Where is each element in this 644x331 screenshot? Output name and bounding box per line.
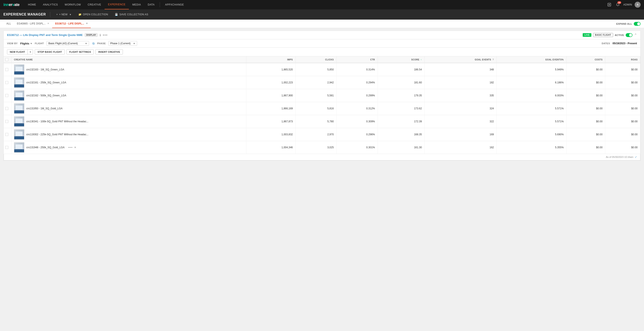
nav-analytics[interactable]: ANALYTICS: [40, 0, 61, 9]
creative-name: crv132161 - 250k_SQ_Green_LGA: [26, 81, 66, 84]
creative-thumbnail[interactable]: [14, 77, 24, 88]
goal-events-help-icon[interactable]: ?: [492, 58, 494, 61]
nav-divider: [160, 2, 160, 7]
col-score[interactable]: SCORE ↑: [378, 56, 424, 63]
row-goal-events: 162: [424, 141, 496, 154]
nav-data[interactable]: DATA: [144, 0, 158, 9]
creative-thumbnail[interactable]: [14, 129, 24, 140]
row-checkbox[interactable]: [5, 81, 8, 84]
nav-workflow[interactable]: WORKFLOW: [61, 0, 84, 9]
table-footer: As of 05/30/2023 10:16am ⤢: [4, 154, 640, 160]
col-ctr: CTR: [336, 56, 378, 63]
tab-eg40865-close[interactable]: ✕: [47, 22, 49, 25]
nav-media[interactable]: MEDIA: [129, 0, 144, 9]
active-label: ACTIVE: [615, 34, 624, 36]
row-checkbox[interactable]: [5, 133, 8, 136]
row-clicks: 2,970: [296, 128, 336, 141]
row-checkbox[interactable]: [5, 107, 8, 110]
tab-eg40865[interactable]: EG40865 - LIFE DISPL... ✕: [14, 19, 52, 28]
row-creative-cell: crv131950 - 1M_SQ_Gold_LGA: [11, 102, 246, 115]
view-by-label: VIEW BY: [7, 42, 18, 45]
flight-label: FLIGHT: [35, 42, 44, 45]
expand-all-label: EXPAND ALL: [616, 22, 632, 25]
row-roas: $0.00: [605, 141, 640, 154]
creative-thumbnail[interactable]: [14, 142, 24, 153]
new-flight-split-button[interactable]: NEW FLIGHT ▼: [7, 49, 33, 54]
row-close-icon[interactable]: ✕: [74, 146, 76, 149]
row-ctr: 0.312%: [336, 102, 378, 115]
row-checkbox[interactable]: [5, 146, 8, 149]
experience-header: EG36712 — Life Display PNT and Term Sing…: [4, 31, 640, 39]
nav-appxchange[interactable]: APPXCHANGE: [162, 0, 187, 9]
row-creative-cell: crv131948 - 250k_SQ_Gold_LGA ••• ✕: [11, 141, 246, 154]
row-checkbox[interactable]: [5, 68, 8, 71]
expand-table-icon[interactable]: ⤢: [635, 156, 637, 158]
avatar[interactable]: A: [635, 2, 640, 8]
creative-row-actions: ••• ✕: [68, 146, 76, 149]
info-icon[interactable]: ℹ: [100, 33, 101, 37]
display-badge: DISPLAY: [85, 33, 98, 37]
row-goal-events: 348: [424, 63, 496, 76]
experience-title[interactable]: EG36712 — Life Display PNT and Term Sing…: [7, 33, 83, 36]
creative-name: crv131948 - 250k_SQ_Gold_LGA: [26, 146, 64, 149]
view-by-dropdown[interactable]: Flights ▼: [20, 42, 32, 45]
creative-thumbnail[interactable]: [14, 103, 24, 114]
row-checkbox-cell: [4, 89, 11, 102]
tab-all[interactable]: ALL: [4, 19, 14, 28]
row-checkbox[interactable]: [5, 94, 8, 97]
row-imps: 1,003,832: [246, 128, 296, 141]
save-collection-button[interactable]: 💾 SAVE COLLECTION AS: [113, 12, 150, 17]
nav-creative[interactable]: CREATIVE: [84, 0, 104, 9]
open-collection-button[interactable]: 📁 OPEN COLLECTION: [77, 12, 110, 17]
row-creative-cell: crv132161 - 250k_SQ_Green_LGA: [11, 76, 246, 89]
creative-thumbnail[interactable]: [14, 64, 24, 75]
row-creative-cell: crv132162 - 500k_SQ_Green_LGA: [11, 89, 246, 102]
stop-basic-flight-button[interactable]: STOP BASIC FLIGHT: [35, 49, 65, 54]
external-link-icon[interactable]: ⧉: [92, 42, 94, 45]
nav-experience[interactable]: EXPERIENCE: [104, 0, 129, 9]
creative-thumbnail[interactable]: [14, 116, 24, 127]
app-logo[interactable]: innervate: [4, 2, 20, 7]
col-imps: IMPS: [246, 56, 296, 63]
tab-eg36712-close[interactable]: ✕: [86, 22, 88, 25]
insert-creative-button[interactable]: INSERT CREATIVE: [96, 49, 123, 54]
row-costs: $0.00: [566, 128, 605, 141]
dates-value: 05/19/2023 - Present: [612, 42, 637, 45]
row-costs: $0.00: [566, 102, 605, 115]
row-ctr: 0.309%: [336, 115, 378, 128]
creative-thumbnail[interactable]: [14, 90, 24, 101]
select-all-checkbox[interactable]: [5, 58, 8, 61]
notification-button[interactable]: 10: [615, 2, 621, 8]
nav-right: 10 ADMIN A: [606, 2, 640, 8]
row-goal-events-pct: 6.003%: [497, 89, 566, 102]
add-button[interactable]: [606, 2, 612, 8]
row-checkbox[interactable]: [5, 120, 8, 123]
expand-all-toggle[interactable]: [634, 22, 640, 26]
new-flight-button[interactable]: NEW FLIGHT: [7, 49, 28, 54]
row-imps: 1,004,346: [246, 141, 296, 154]
row-imps: 1,866,169: [246, 102, 296, 115]
creative-name: crv132162 - 500k_SQ_Green_LGA: [26, 94, 66, 97]
phase-dropdown[interactable]: Phase 1 (Current) ▼: [108, 41, 137, 46]
folder-icon: 📁: [78, 13, 82, 16]
table-row: crv132161 - 250k_SQ_Green_LGA 1,002,223 …: [4, 76, 640, 89]
plus-icon: +: [56, 13, 58, 16]
col-roas: ROAS: [605, 56, 640, 63]
table-row: crv130341 - 100k-SQ_Gold PNT Without the…: [4, 115, 640, 128]
flight-dropdown[interactable]: Basic Flight (#2) (Current) ▼: [46, 41, 89, 46]
row-roas: $0.00: [605, 89, 640, 102]
row-imps: 1,865,520: [246, 63, 296, 76]
col-goal-events-pct: GOAL EVENTS%: [497, 56, 566, 63]
creative-name: crv131950 - 1M_SQ_Gold_LGA: [26, 107, 62, 110]
new-flight-dropdown-arrow[interactable]: ▼: [28, 49, 33, 54]
row-more-icon[interactable]: •••: [68, 146, 73, 149]
active-toggle[interactable]: [626, 33, 632, 37]
flight-settings-button[interactable]: FLIGHT SETTINGS: [66, 49, 94, 54]
tab-eg36712[interactable]: EG36712 - LIFE DISPL... ✕: [52, 19, 91, 28]
row-costs: $0.00: [566, 89, 605, 102]
experience-more-icon[interactable]: •••: [103, 33, 108, 37]
nav-home[interactable]: HOME: [25, 0, 40, 9]
row-score: 173.62: [378, 102, 424, 115]
new-button[interactable]: + + NEW ▼: [54, 12, 73, 17]
collapse-button[interactable]: ⌃: [634, 33, 637, 37]
